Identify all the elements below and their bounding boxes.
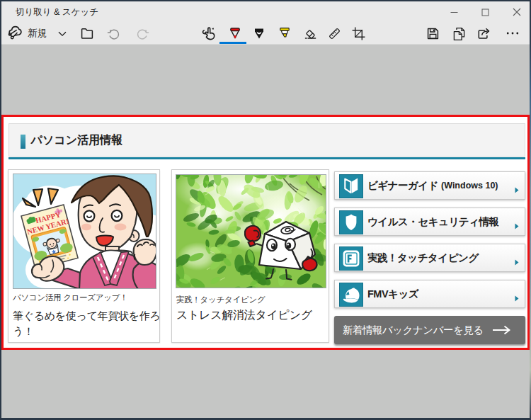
nav-button-label: ビギナーガイド(Windows 10) <box>367 172 498 199</box>
undo-button[interactable] <box>105 23 123 43</box>
touch-writing-button[interactable] <box>200 23 218 43</box>
shield-icon <box>339 210 363 234</box>
ruler-icon <box>328 27 341 40</box>
ballpoint-pen-icon <box>229 27 241 40</box>
nav-button-fmv-kids[interactable]: FMVキッズ <box>334 280 525 308</box>
page-title: パソコン活用情報 <box>31 133 123 148</box>
eraser-button[interactable] <box>301 23 319 43</box>
share-icon <box>476 26 491 40</box>
guide-book-icon <box>339 174 363 198</box>
photo-svg <box>176 175 326 288</box>
more-options-button[interactable] <box>503 23 522 43</box>
chevron-down-icon <box>58 27 67 40</box>
maximize-icon <box>481 8 489 16</box>
window-border-top <box>0 0 531 1</box>
copy-icon <box>452 27 466 40</box>
card-category: パソコン活用 クローズアップ！ <box>13 293 127 303</box>
arrow-glyph <box>515 259 519 266</box>
cap-glyph <box>339 283 363 307</box>
back-number-label: 新着情報バックナンバーを見る <box>343 316 484 344</box>
card-title-line: ストレス解消法タイピング <box>176 307 312 324</box>
shield-glyph <box>339 210 363 234</box>
keyboard-key-icon <box>339 246 363 271</box>
pencil-icon <box>253 27 266 40</box>
arrow-glyph <box>515 295 519 302</box>
arrow-right-icon <box>492 325 510 338</box>
new-snip-label: 新規 <box>28 27 47 40</box>
nav-button-touch-typing[interactable]: 実践！タッチタイピング <box>334 244 525 272</box>
right-arrow-icon <box>515 292 519 305</box>
ballpoint-pen-button[interactable] <box>226 23 244 43</box>
folder-icon <box>80 26 94 40</box>
highlighter-button[interactable] <box>275 23 294 43</box>
illustration-new-year-card: HAPPY NEW YEAR! <box>13 174 156 289</box>
selected-tool-indicator <box>219 42 246 44</box>
illustration-svg: HAPPY NEW YEAR! <box>13 174 156 288</box>
snipped-image: パソコン活用情報 HAPPY NEW YEAR! パソコン活用 クローズアップ！… <box>1 115 530 350</box>
app-title: 切り取り & スケッチ <box>16 6 98 18</box>
right-arrow-icon <box>515 183 519 196</box>
nav-button-label: 実践！タッチタイピング <box>367 244 479 271</box>
minimize-button[interactable] <box>440 1 468 23</box>
right-arrow-icon <box>515 256 519 268</box>
header-rule <box>8 157 525 159</box>
arrow-glyph <box>515 187 519 193</box>
minimize-icon <box>450 8 458 16</box>
redo-button[interactable] <box>133 23 152 43</box>
undo-icon <box>107 26 121 40</box>
back-number-button[interactable]: 新着情報バックナンバーを見る <box>334 316 525 344</box>
nav-button-security[interactable]: ウイルス・セキュリティ情報 <box>334 208 525 236</box>
nav-button-beginner-guide[interactable]: ビギナーガイド(Windows 10) <box>334 171 525 200</box>
nav-button-label: FMVキッズ <box>367 280 418 307</box>
scissors-cloud-icon <box>7 24 23 40</box>
ruler-button[interactable] <box>325 23 343 43</box>
crop-icon <box>352 27 365 40</box>
card-category: 実践！タッチタイピング <box>176 295 265 305</box>
eraser-icon <box>304 27 317 40</box>
page-header: パソコン活用情報 <box>8 123 525 157</box>
arrow-glyph <box>492 325 510 335</box>
share-button[interactable] <box>474 23 493 43</box>
close-icon <box>513 8 521 16</box>
window-border-left <box>0 0 1 420</box>
new-snip-button[interactable]: 新規 <box>7 23 74 43</box>
copy-button[interactable] <box>450 23 468 43</box>
keyboard-key-glyph <box>339 246 363 271</box>
open-file-button[interactable] <box>78 23 96 43</box>
card-title[interactable]: 筆ぐるめを使って年賀状を作ろう！ <box>13 308 161 340</box>
save-icon <box>426 27 440 40</box>
header-accent-bar <box>21 135 25 149</box>
crop-button[interactable] <box>349 23 367 43</box>
nav-button-sublabel: (Windows 10) <box>441 181 498 191</box>
photo-fresh-leaves-mascot <box>176 174 326 288</box>
nav-button-label: ウイルス・セキュリティ情報 <box>367 208 498 235</box>
save-button[interactable] <box>423 23 442 43</box>
pencil-button[interactable] <box>250 23 268 43</box>
toolbar: 新規 <box>1 23 530 45</box>
touch-writing-icon <box>201 25 217 41</box>
ellipsis-icon <box>506 27 519 40</box>
close-button[interactable] <box>503 1 531 23</box>
guide-book-glyph <box>339 174 363 198</box>
card-title-line: 筆ぐるめを使って年賀状を作ろ <box>13 308 161 324</box>
article-card-nenga[interactable]: HAPPY NEW YEAR! パソコン活用 クローズアップ！ 筆ぐるめを使って… <box>8 169 160 343</box>
article-card-typing[interactable]: 実践！タッチタイピング ストレス解消法タイピング <box>171 169 329 343</box>
arrow-glyph <box>515 223 519 229</box>
maximize-button[interactable] <box>471 1 499 23</box>
highlighter-icon <box>278 27 291 40</box>
card-title-line: う！ <box>13 324 161 340</box>
titlebar: 切り取り & スケッチ <box>1 1 530 23</box>
editing-canvas[interactable]: パソコン活用情報 HAPPY NEW YEAR! パソコン活用 クローズアップ！… <box>1 45 530 418</box>
new-snip-icon <box>7 24 23 42</box>
redo-icon <box>135 26 149 40</box>
cap-icon <box>339 283 363 307</box>
chevron-glyph <box>58 31 67 37</box>
card-title[interactable]: ストレス解消法タイピング <box>176 307 312 324</box>
right-arrow-icon <box>515 220 519 232</box>
